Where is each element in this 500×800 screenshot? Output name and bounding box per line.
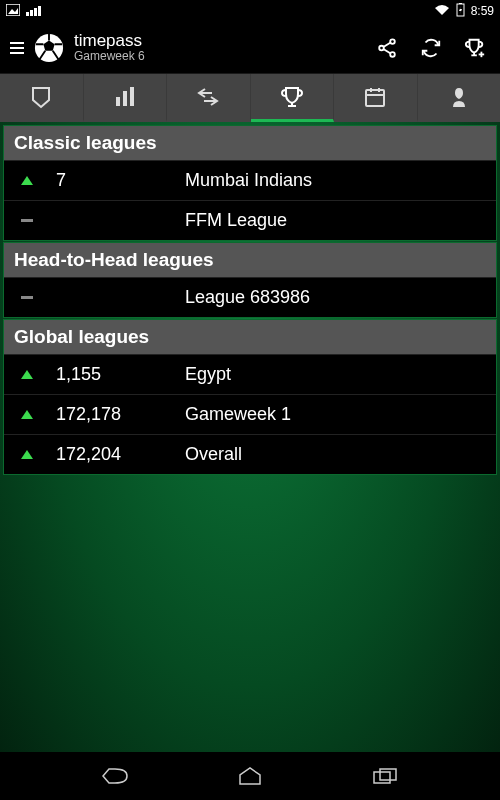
movement-up-icon bbox=[4, 370, 50, 379]
movement-up-icon bbox=[4, 176, 50, 185]
league-rank: 1,155 bbox=[50, 364, 185, 385]
tab-stats[interactable] bbox=[84, 74, 168, 122]
league-row[interactable]: 172,204 Overall bbox=[4, 434, 496, 474]
svg-rect-28 bbox=[380, 769, 396, 780]
league-name: FFM League bbox=[185, 210, 496, 231]
tab-transfers[interactable] bbox=[167, 74, 251, 122]
svg-rect-23 bbox=[366, 90, 384, 106]
menu-button[interactable] bbox=[10, 42, 24, 54]
add-league-button[interactable] bbox=[464, 37, 486, 59]
league-row[interactable]: 172,178 Gameweek 1 bbox=[4, 394, 496, 434]
svg-line-11 bbox=[383, 48, 390, 53]
league-row[interactable]: League 683986 bbox=[4, 277, 496, 317]
tab-bar bbox=[0, 74, 500, 122]
svg-marker-4 bbox=[459, 6, 462, 14]
league-name: Gameweek 1 bbox=[185, 404, 496, 425]
app-logo-icon bbox=[34, 33, 64, 63]
signal-icon bbox=[26, 6, 41, 16]
gameweek-label: Gameweek 6 bbox=[74, 50, 366, 63]
tab-manager[interactable] bbox=[418, 74, 501, 122]
league-row[interactable]: 7 Mumbai Indians bbox=[4, 160, 496, 200]
h2h-leagues-header: Head-to-Head leagues bbox=[4, 243, 496, 277]
app-header: timepass Gameweek 6 bbox=[0, 22, 500, 74]
wifi-icon bbox=[434, 4, 450, 19]
refresh-button[interactable] bbox=[420, 37, 442, 59]
home-button[interactable] bbox=[230, 764, 270, 788]
classic-leagues-header: Classic leagues bbox=[4, 126, 496, 160]
classic-leagues-panel: Classic leagues 7 Mumbai Indians FFM Lea… bbox=[3, 125, 497, 241]
team-name: timepass bbox=[74, 32, 366, 51]
tab-fixtures[interactable] bbox=[334, 74, 418, 122]
league-row[interactable]: 1,155 Egypt bbox=[4, 354, 496, 394]
picture-icon bbox=[6, 4, 20, 19]
movement-up-icon bbox=[4, 450, 50, 459]
svg-marker-1 bbox=[8, 8, 18, 14]
status-bar: 8:59 bbox=[0, 0, 500, 22]
league-row[interactable]: FFM League bbox=[4, 200, 496, 240]
tab-leagues[interactable] bbox=[251, 74, 335, 122]
svg-line-10 bbox=[383, 42, 390, 47]
league-name: Egypt bbox=[185, 364, 496, 385]
svg-rect-17 bbox=[123, 91, 127, 106]
movement-up-icon bbox=[4, 410, 50, 419]
title-block[interactable]: timepass Gameweek 6 bbox=[74, 32, 366, 64]
svg-rect-27 bbox=[374, 772, 390, 783]
battery-charging-icon bbox=[456, 3, 465, 20]
recents-button[interactable] bbox=[365, 764, 405, 788]
share-button[interactable] bbox=[376, 37, 398, 59]
svg-rect-16 bbox=[116, 97, 120, 106]
movement-same-icon bbox=[4, 296, 50, 299]
status-time: 8:59 bbox=[471, 4, 494, 18]
league-rank: 172,178 bbox=[50, 404, 185, 425]
movement-same-icon bbox=[4, 219, 50, 222]
league-rank: 7 bbox=[50, 170, 185, 191]
league-rank: 172,204 bbox=[50, 444, 185, 465]
svg-rect-3 bbox=[459, 3, 462, 4]
league-name: League 683986 bbox=[185, 287, 496, 308]
global-leagues-header: Global leagues bbox=[4, 320, 496, 354]
android-nav-bar bbox=[0, 752, 500, 800]
global-leagues-panel: Global leagues 1,155 Egypt 172,178 Gamew… bbox=[3, 319, 497, 475]
svg-rect-18 bbox=[130, 87, 134, 106]
leagues-content: Classic leagues 7 Mumbai Indians FFM Lea… bbox=[0, 122, 500, 752]
league-name: Mumbai Indians bbox=[185, 170, 496, 191]
league-name: Overall bbox=[185, 444, 496, 465]
h2h-leagues-panel: Head-to-Head leagues League 683986 bbox=[3, 242, 497, 318]
back-button[interactable] bbox=[95, 764, 135, 788]
tab-pitch[interactable] bbox=[0, 74, 84, 122]
